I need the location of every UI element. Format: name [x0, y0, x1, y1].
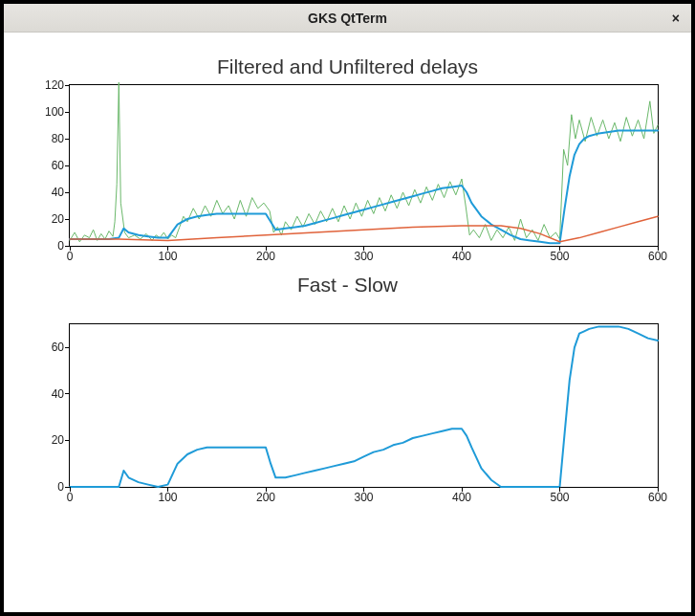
y-tick-label: 40 [32, 387, 64, 401]
chart-bot: 02040600100200300400500600 [69, 323, 659, 488]
y-tick-label: 20 [32, 212, 64, 226]
window-close-button[interactable]: × [668, 10, 684, 27]
chart-top-title: Filtered and Unfiltered delays [31, 55, 664, 78]
x-tick-label: 0 [67, 491, 74, 504]
x-tick-label: 0 [67, 250, 74, 263]
x-tick-label: 300 [354, 250, 373, 263]
x-tick-label: 500 [550, 491, 569, 504]
y-tick-label: 20 [32, 433, 64, 447]
x-tick-label: 100 [158, 491, 177, 504]
y-tick-label: 0 [32, 239, 64, 253]
y-tick-label: 60 [32, 159, 64, 172]
x-tick-label: 200 [256, 250, 275, 263]
window-title: GKS QtTerm [308, 11, 387, 26]
x-tick-label: 500 [550, 250, 569, 263]
plot-canvas: Filtered and Unfiltered delays 020406080… [4, 33, 691, 612]
y-tick-label: 100 [32, 105, 64, 119]
window-titlebar[interactable]: GKS QtTerm × [4, 4, 691, 33]
chart-top-svg [70, 85, 658, 246]
chart-bot-svg [70, 324, 658, 487]
x-tick-label: 200 [256, 491, 275, 504]
y-tick-label: 40 [32, 186, 64, 199]
x-tick-label: 400 [452, 491, 471, 504]
y-tick-label: 120 [32, 78, 64, 92]
app-window: GKS QtTerm × Filtered and Unfiltered del… [4, 4, 691, 612]
x-tick-label: 400 [452, 250, 471, 263]
x-tick-label: 600 [648, 250, 667, 263]
chart-top: 0204060801001200100200300400500600 [69, 84, 659, 247]
y-tick-label: 80 [32, 132, 64, 145]
x-tick-label: 300 [354, 491, 373, 504]
y-tick-label: 60 [32, 341, 64, 354]
x-tick-label: 100 [158, 250, 177, 263]
y-tick-label: 0 [32, 480, 64, 494]
chart-bot-title: Fast - Slow [31, 274, 664, 297]
x-tick-label: 600 [648, 491, 667, 504]
